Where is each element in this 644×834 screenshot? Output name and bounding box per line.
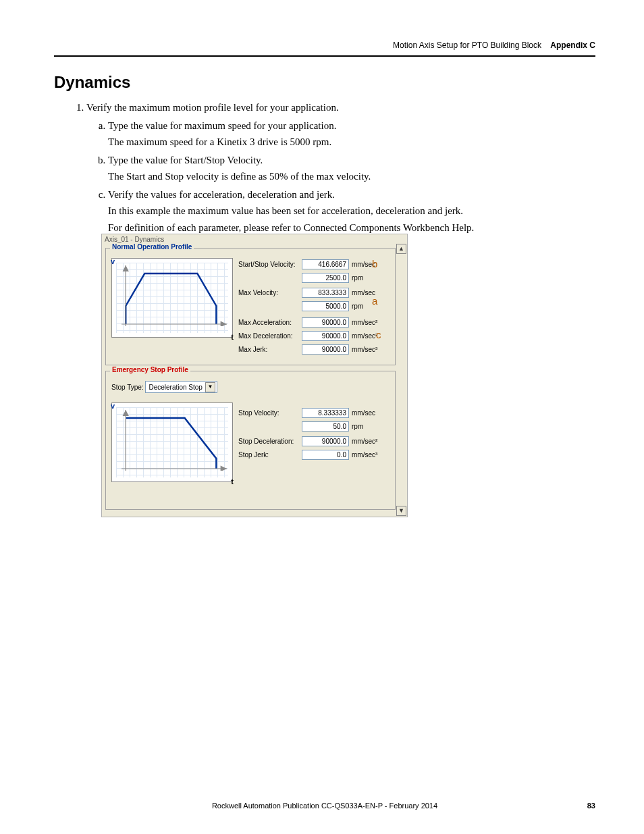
mj-label: Max Jerk: xyxy=(238,346,302,353)
trapezoid-curve xyxy=(122,265,227,326)
mj-unit: mm/sec³ xyxy=(352,346,385,353)
md-value[interactable]: 90000.0 xyxy=(302,331,349,341)
body-text: Verify the maximum motion profile level … xyxy=(68,100,595,238)
sd-unit: mm/sec² xyxy=(352,438,385,445)
scroll-up-icon[interactable]: ▲ xyxy=(396,244,406,254)
step-b: Type the value for Start/Stop Velocity. xyxy=(108,155,263,165)
mv2-value[interactable]: 5000.0 xyxy=(302,301,349,311)
callout-b: b xyxy=(372,258,377,269)
page-number: 83 xyxy=(587,802,595,810)
step-b-desc: The Start and Stop velocity is define as… xyxy=(108,169,595,184)
panel-title: Axis_01 - Dynamics xyxy=(105,236,164,243)
step-a: Type the value for maximum speed for you… xyxy=(108,120,336,131)
decel-curve xyxy=(122,410,227,471)
sv2-value[interactable]: 50.0 xyxy=(302,421,349,432)
sv-unit: mm/sec xyxy=(352,409,385,417)
mv2-unit: rpm xyxy=(352,303,385,310)
step-a-desc: The maximum speed for a Kinetix 3 drive … xyxy=(108,134,595,150)
sv-value[interactable]: 8.333333 xyxy=(302,408,349,418)
ma-label: Max Acceleration: xyxy=(238,319,302,326)
step1: Verify the maximum motion profile level … xyxy=(86,102,339,113)
footer-publication: Rockwell Automation Publication CC-QS033… xyxy=(54,802,595,810)
stop-type-label: Stop Type: xyxy=(111,384,144,391)
stop-type-value: Deceleration Stop xyxy=(147,384,204,391)
header-title: Motion Axis Setup for PTO Building Block xyxy=(393,41,541,50)
callout-a: a xyxy=(372,295,377,307)
axis-v-label: v xyxy=(111,402,115,410)
sv2-unit: rpm xyxy=(352,423,385,430)
emergency-profile-group: Emergency Stop Profile Stop Type: Decele… xyxy=(105,371,396,510)
sd-value[interactable]: 90000.0 xyxy=(302,436,349,446)
ssv2-unit: rpm xyxy=(352,274,385,282)
axis-t-label: t xyxy=(231,477,234,486)
header-rule xyxy=(54,55,595,57)
section-heading: Dynamics xyxy=(54,73,130,92)
md-label: Max Deceleration: xyxy=(238,332,302,340)
mv-label: Max Velocity: xyxy=(238,289,302,296)
normal-profile-group: Normal Operation Profile v t Start/Stop … xyxy=(105,248,396,365)
svg-marker-3 xyxy=(123,265,129,271)
sj-value[interactable]: 0.0 xyxy=(302,450,349,460)
page-header: Motion Axis Setup for PTO Building Block… xyxy=(54,41,595,54)
svg-marker-7 xyxy=(123,410,129,416)
sv-label: Stop Velocity: xyxy=(238,409,302,417)
sj-unit: mm/sec³ xyxy=(352,451,385,459)
sj-label: Stop Jerk: xyxy=(238,451,302,459)
scroll-down-icon[interactable]: ▼ xyxy=(396,506,406,516)
mj-value[interactable]: 90000.0 xyxy=(302,344,349,355)
emergency-profile-chart: v t xyxy=(111,402,233,482)
step-c-desc2: For definition of each parameter, please… xyxy=(108,220,595,236)
ssv-value[interactable]: 416.6667 xyxy=(302,259,349,269)
ssv-unit: mm/sec xyxy=(352,261,385,268)
axis-v-label: v xyxy=(111,257,115,265)
sd-label: Stop Deceleration: xyxy=(238,438,302,445)
chevron-down-icon[interactable]: ▼ xyxy=(205,382,215,392)
stop-type-dropdown[interactable]: Deceleration Stop ▼ xyxy=(145,381,217,393)
ma-value[interactable]: 90000.0 xyxy=(302,317,349,328)
normal-profile-chart: v t xyxy=(111,258,233,338)
callout-c: c xyxy=(376,329,381,340)
ma-unit: mm/sec² xyxy=(352,319,385,326)
header-appendix: Appendix C xyxy=(550,41,595,50)
dynamics-panel: Axis_01 - Dynamics ▲ ▼ Normal Operation … xyxy=(101,234,408,517)
normal-profile-legend: Normal Operation Profile xyxy=(110,243,194,251)
step-c: Verify the values for acceleration, dece… xyxy=(108,189,335,200)
step-c-desc1: In this example the maximum value has be… xyxy=(108,203,595,219)
svg-marker-6 xyxy=(221,466,227,471)
ssv2-value[interactable]: 2500.0 xyxy=(302,273,349,283)
mv-unit: mm/sec xyxy=(352,289,385,296)
emergency-profile-legend: Emergency Stop Profile xyxy=(110,366,190,373)
axis-t-label: t xyxy=(231,333,234,341)
stop-type-row: Stop Type: Deceleration Stop ▼ xyxy=(111,381,217,393)
ssv-label: Start/Stop Velocity: xyxy=(238,261,302,268)
mv-value[interactable]: 833.3333 xyxy=(302,288,349,298)
svg-marker-2 xyxy=(221,321,227,327)
